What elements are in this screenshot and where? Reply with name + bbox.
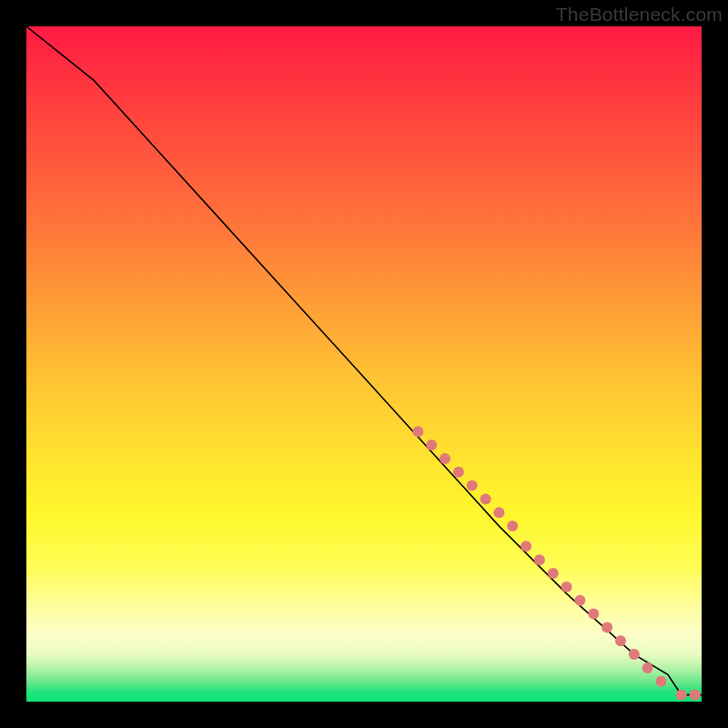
curve-marker (629, 649, 640, 660)
curve-marker (561, 581, 572, 592)
curve-marker (507, 521, 518, 531)
curve-marker (534, 554, 545, 565)
curve-marker (480, 493, 491, 504)
curve-marker (690, 690, 701, 701)
curve-marker (440, 453, 450, 464)
chart-stage: TheBottleneck.com (0, 0, 728, 728)
curve-marker (642, 662, 653, 673)
curve-marker (615, 635, 626, 646)
source-link[interactable]: TheBottleneck.com (556, 4, 723, 25)
curve-marker (412, 426, 423, 437)
curve-marker (521, 541, 531, 551)
curve-marker (656, 676, 667, 687)
plot-area (26, 26, 702, 702)
curve-marker (548, 568, 559, 579)
curve-marker (453, 467, 464, 478)
chart-overlay (26, 26, 702, 702)
curve-marker (602, 622, 612, 632)
curve-marker (676, 690, 687, 701)
curve-marker (467, 480, 478, 491)
curve-marker (493, 507, 504, 518)
marker-group (412, 426, 700, 700)
bottleneck-curve (26, 26, 702, 695)
curve-marker (426, 440, 437, 450)
curve-marker (574, 595, 585, 606)
curve-marker (588, 609, 599, 620)
